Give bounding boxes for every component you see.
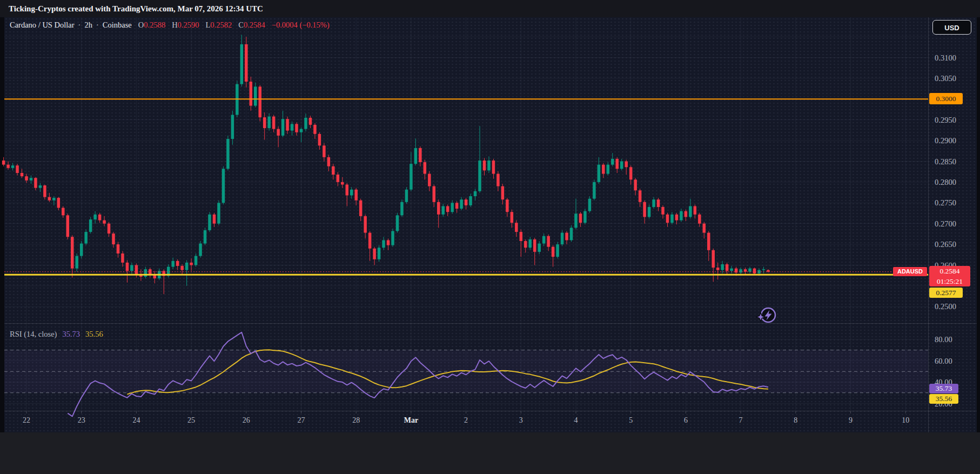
price-axis-label: 0.2900 bbox=[935, 136, 956, 145]
time-axis-label: 26 bbox=[234, 416, 258, 425]
rsi-value-badge: 35.73 bbox=[929, 384, 958, 393]
high-label: H bbox=[172, 21, 177, 29]
time-axis-label: 8 bbox=[784, 416, 808, 425]
last-price-value: 0.2584 bbox=[929, 266, 970, 276]
time-axis-label: 25 bbox=[179, 416, 203, 425]
chart-canvas[interactable] bbox=[0, 0, 980, 474]
price-axis-label: 0.3100 bbox=[935, 53, 956, 63]
candlestick-series bbox=[2, 35, 770, 294]
time-axis-label: 24 bbox=[124, 416, 148, 425]
bar-countdown: 01:25:21 bbox=[929, 276, 970, 286]
currency-button[interactable]: USD bbox=[932, 20, 971, 35]
rsi-value: 35.73 bbox=[62, 330, 80, 339]
high-value: 0.2590 bbox=[178, 21, 199, 29]
price-axis-label: 0.2800 bbox=[935, 177, 956, 187]
ohlc-close: C0.2584 bbox=[238, 21, 265, 30]
close-value: 0.2584 bbox=[244, 21, 265, 29]
time-axis-label: 22 bbox=[15, 416, 38, 425]
price-axis-label: 0.2650 bbox=[935, 239, 956, 249]
time-axis-label: 23 bbox=[70, 416, 93, 425]
legend-separator: · bbox=[78, 21, 81, 30]
price-axis-label: 0.2950 bbox=[935, 115, 956, 125]
price-axis-label: 0.2700 bbox=[935, 219, 956, 229]
price-axis-label: 0.3050 bbox=[935, 74, 956, 83]
price-axis-label: 0.2500 bbox=[935, 302, 956, 311]
time-axis-label: 6 bbox=[674, 416, 697, 425]
time-axis-label: 27 bbox=[290, 416, 313, 425]
low-value: 0.2582 bbox=[210, 21, 232, 29]
rsi-axis-label: 80.00 bbox=[935, 335, 952, 344]
flash-icon[interactable] bbox=[756, 308, 775, 322]
time-axis-label: 28 bbox=[344, 416, 368, 425]
close-label: C bbox=[238, 21, 244, 29]
symbol-name: Cardano / US Dollar bbox=[10, 21, 75, 30]
legend-separator: · bbox=[96, 21, 99, 30]
time-axis-label: 5 bbox=[619, 416, 643, 425]
exchange-label: Coinbase bbox=[103, 21, 132, 30]
time-axis-label: 9 bbox=[839, 416, 863, 425]
time-axis-label: 3 bbox=[509, 416, 533, 425]
rsi-ma-badge: 35.56 bbox=[929, 394, 958, 404]
open-value: 0.2588 bbox=[144, 21, 165, 29]
support-price-badge: 0.2577 bbox=[929, 288, 963, 298]
bottombar: TradingView bbox=[0, 432, 980, 474]
ohlc-low: L0.2582 bbox=[205, 21, 232, 30]
interval-label: 2h bbox=[84, 21, 92, 30]
time-axis-label: 2 bbox=[454, 416, 478, 425]
time-axis-label: Mar bbox=[399, 416, 423, 425]
symbol-price-tag: ADAUSD bbox=[893, 267, 927, 276]
rsi-legend: RSI (14, close) 35.73 35.56 bbox=[10, 330, 103, 339]
price-axis-label: 0.2750 bbox=[935, 198, 956, 208]
ohlc-open: O0.2588 bbox=[138, 21, 165, 30]
rsi-title: RSI (14, close) bbox=[10, 330, 57, 339]
resistance-price-badge: 0.3000 bbox=[929, 93, 963, 104]
symbol-legend: Cardano / US Dollar · 2h · Coinbase O0.2… bbox=[10, 21, 330, 30]
time-axis-label: 4 bbox=[564, 416, 588, 425]
price-axis-label: 0.2850 bbox=[935, 157, 956, 166]
last-price-badge: 0.2584 01:25:21 bbox=[929, 266, 970, 286]
rsi-ma-value: 35.56 bbox=[85, 330, 103, 339]
change-value: −0.0004 (−0.15%) bbox=[272, 21, 330, 30]
low-label: L bbox=[205, 21, 210, 29]
open-label: O bbox=[138, 21, 144, 29]
time-axis-label: 7 bbox=[729, 416, 753, 425]
ohlc-high: H0.2590 bbox=[172, 21, 199, 30]
time-axis-label: 10 bbox=[894, 416, 917, 425]
rsi-axis-label: 60.00 bbox=[935, 356, 952, 366]
